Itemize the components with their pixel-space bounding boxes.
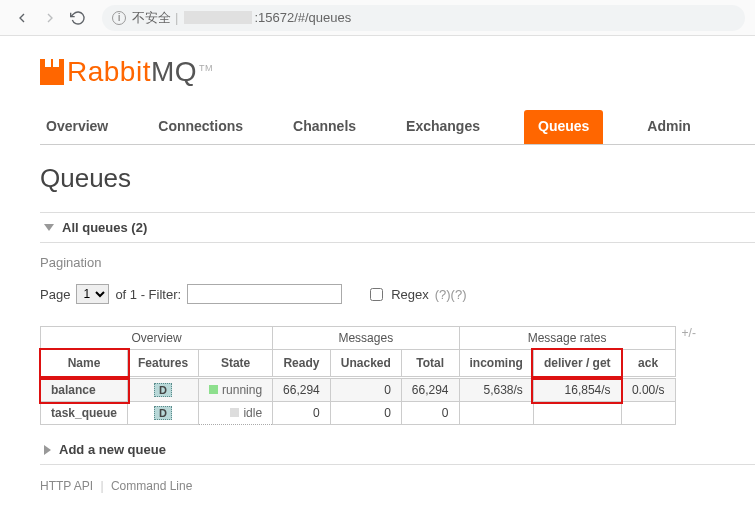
col-group-messages: Messages	[273, 327, 459, 350]
tab-overview[interactable]: Overview	[40, 110, 114, 144]
cell-incoming: 5,638/s	[459, 378, 533, 402]
col-incoming[interactable]: incoming	[459, 350, 533, 378]
queue-state: idle	[199, 402, 273, 425]
url-host-redacted	[184, 11, 252, 24]
col-state[interactable]: State	[199, 350, 273, 378]
regex-hint: (?)(?)	[435, 287, 467, 302]
durable-badge: D	[154, 383, 172, 397]
durable-badge: D	[154, 406, 172, 420]
page-select[interactable]: 1	[76, 284, 109, 304]
queue-features: D	[128, 378, 199, 402]
rabbitmq-logo-icon	[40, 59, 64, 85]
address-bar[interactable]: i 不安全 | :15672/#/queues	[102, 5, 745, 31]
col-total[interactable]: Total	[401, 350, 459, 378]
url-suffix: :15672/#/queues	[254, 10, 351, 25]
col-deliver[interactable]: deliver / get	[533, 350, 621, 378]
pagination-controls: Page 1 of 1 - Filter: Regex (?)(?)	[40, 284, 755, 304]
page-label: Page	[40, 287, 70, 302]
table-row: task_queueDidle000	[41, 402, 676, 425]
logo-tm: TM	[199, 63, 213, 73]
state-dot-icon	[209, 385, 218, 394]
columns-toggle[interactable]: +/-	[682, 326, 696, 340]
back-button[interactable]	[10, 6, 34, 30]
section-add-label: Add a new queue	[59, 442, 166, 457]
cell-total: 0	[401, 402, 459, 425]
regex-checkbox[interactable]	[370, 288, 383, 301]
col-ack[interactable]: ack	[621, 350, 675, 378]
col-group-overview: Overview	[41, 327, 273, 350]
insecure-label: 不安全	[132, 9, 171, 27]
forward-button[interactable]	[38, 6, 62, 30]
cell-ack	[621, 402, 675, 425]
queues-table: Overview Messages Message rates Name Fea…	[40, 326, 676, 425]
queue-features: D	[128, 402, 199, 425]
pagination-label: Pagination	[40, 255, 755, 270]
filter-input[interactable]	[187, 284, 342, 304]
chevron-down-icon	[44, 224, 54, 231]
footer-cli[interactable]: Command Line	[111, 479, 192, 493]
queue-state: running	[199, 378, 273, 402]
cell-total: 66,294	[401, 378, 459, 402]
page-of-label: of 1 - Filter:	[115, 287, 181, 302]
logo-text-2: MQ	[151, 56, 197, 87]
regex-label: Regex	[391, 287, 429, 302]
cell-deliver	[533, 402, 621, 425]
cell-unacked: 0	[330, 402, 401, 425]
cell-ready: 0	[273, 402, 331, 425]
cell-incoming	[459, 402, 533, 425]
tab-channels[interactable]: Channels	[287, 110, 362, 144]
section-add-queue[interactable]: Add a new queue	[40, 435, 755, 465]
footer: HTTP API | Command Line	[40, 479, 755, 493]
col-unacked[interactable]: Unacked	[330, 350, 401, 378]
footer-http-api[interactable]: HTTP API	[40, 479, 93, 493]
col-name[interactable]: Name	[41, 350, 128, 378]
cell-ack: 0.00/s	[621, 378, 675, 402]
tab-admin[interactable]: Admin	[641, 110, 697, 144]
cell-ready: 66,294	[273, 378, 331, 402]
queue-name[interactable]: balance	[41, 378, 128, 402]
logo-text-1: Rabbit	[67, 56, 151, 87]
reload-button[interactable]	[66, 6, 90, 30]
section-all-queues[interactable]: All queues (2)	[40, 212, 755, 243]
col-features[interactable]: Features	[128, 350, 199, 378]
section-all-label: All queues (2)	[62, 220, 147, 235]
site-info-icon[interactable]: i	[112, 11, 126, 25]
cell-deliver: 16,854/s	[533, 378, 621, 402]
logo: RabbitMQTM	[40, 56, 755, 88]
page-title: Queues	[40, 163, 755, 194]
tab-connections[interactable]: Connections	[152, 110, 249, 144]
tab-exchanges[interactable]: Exchanges	[400, 110, 486, 144]
col-group-rates: Message rates	[459, 327, 675, 350]
state-dot-icon	[230, 408, 239, 417]
browser-toolbar: i 不安全 | :15672/#/queues	[0, 0, 755, 36]
chevron-right-icon	[44, 445, 51, 455]
table-row: balanceDrunning66,294066,2945,638/s16,85…	[41, 378, 676, 402]
queue-name[interactable]: task_queue	[41, 402, 128, 425]
cell-unacked: 0	[330, 378, 401, 402]
tab-queues[interactable]: Queues	[524, 110, 603, 144]
main-nav: Overview Connections Channels Exchanges …	[40, 110, 755, 145]
col-ready[interactable]: Ready	[273, 350, 331, 378]
